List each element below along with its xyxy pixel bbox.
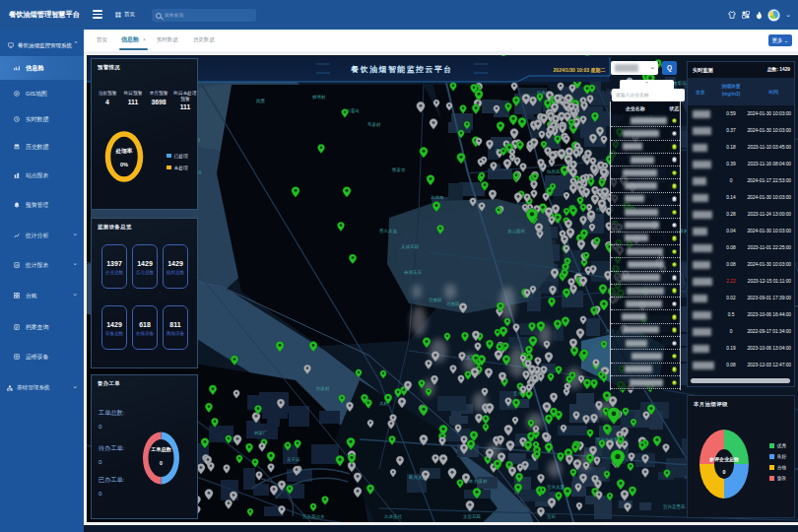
svg-text:西九大道: 西九大道 bbox=[379, 228, 398, 233]
svg-text:铁家舍: 铁家舍 bbox=[391, 166, 406, 172]
svg-text:春湖天庄: 春湖天庄 bbox=[404, 270, 423, 275]
svg-text:宜南园: 宜南园 bbox=[429, 298, 442, 302]
svg-text:0: 0 bbox=[723, 469, 726, 475]
svg-text:处理率: 处理率 bbox=[115, 148, 133, 155]
svg-text:文昌花苑: 文昌花苑 bbox=[463, 514, 482, 519]
svg-text:林家厂: 林家厂 bbox=[253, 430, 268, 435]
svg-text:九龙茶社: 九龙茶社 bbox=[384, 514, 403, 519]
svg-text:工单总数: 工单总数 bbox=[150, 446, 172, 453]
svg-text:宝机: 宝机 bbox=[547, 514, 557, 519]
svg-text:餐饮油烟智能监控云平台: 餐饮油烟智能监控云平台 bbox=[350, 65, 452, 74]
svg-text:九龙路: 九龙路 bbox=[431, 195, 444, 200]
svg-text:宜兴荟景苑: 宜兴荟景苑 bbox=[663, 504, 686, 509]
svg-text:宜兴高尔夫: 宜兴高尔夫 bbox=[302, 514, 325, 519]
svg-text:参评企业总数: 参评企业总数 bbox=[708, 456, 740, 463]
svg-text:河南园: 河南园 bbox=[446, 301, 460, 306]
svg-text:悦秀苑: 悦秀苑 bbox=[546, 168, 561, 175]
svg-text:天成花园: 天成花园 bbox=[401, 244, 419, 249]
svg-text:0%: 0% bbox=[120, 162, 128, 167]
svg-text:天子庙: 天子庙 bbox=[287, 457, 300, 462]
svg-text:毛家村: 毛家村 bbox=[366, 121, 381, 128]
svg-text:0: 0 bbox=[160, 460, 163, 466]
svg-text:2024/1/30 10:03 星期二: 2024/1/30 10:03 星期二 bbox=[554, 67, 606, 74]
